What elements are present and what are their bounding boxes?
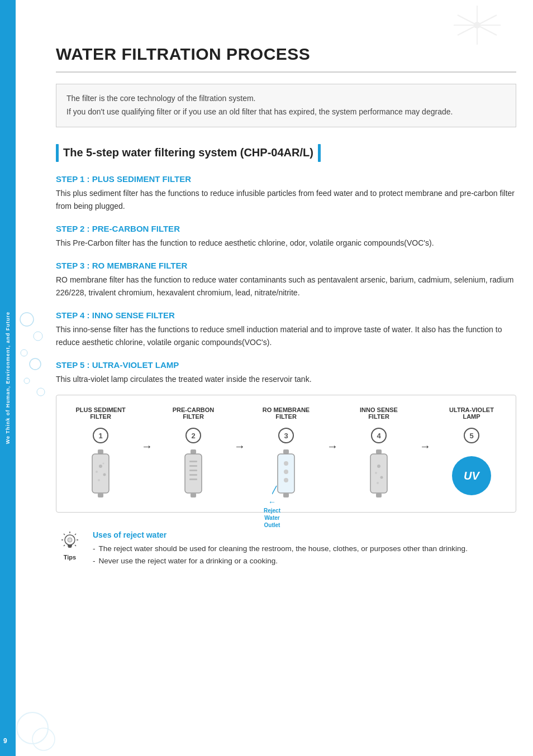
svg-point-20 [103,462,104,464]
diagram-inner: PLUS SEDIMENTFILTER 1 → [62,406,510,504]
svg-point-0 [20,313,34,326]
main-content: WATER FILTRATION PROCESS The filter is t… [56,0,516,574]
diagram-step-4: INNO SENSEFILTER 4 [342,406,415,504]
svg-point-12 [32,728,55,750]
svg-point-18 [103,473,106,476]
svg-point-33 [284,470,288,474]
step-2-body: This Pre-Carbon filter has the function … [56,237,516,250]
info-line1: The filter is the core technology of the… [66,92,506,106]
tips-item-2: - Never use the reject water for a drink… [93,555,516,567]
step-4-heading: Step 4 : INNO SENSE FILTER [56,310,516,320]
svg-point-42 [377,482,379,484]
tips-item-1: - The reject water should be used for cl… [93,543,516,555]
diagram-circle-3: 3 [278,428,294,443]
page-title: WATER FILTRATION PROCESS [56,45,516,73]
diagram-filter-img-4 [365,448,393,504]
step-3: Step 3 : RO MEMBRANE FILTER RO membrane … [56,261,516,299]
svg-point-19 [98,479,100,481]
svg-rect-22 [185,454,202,493]
svg-point-40 [375,472,377,474]
arrow-3: → [327,440,338,453]
diagram-step-2: PRE-CARBONFILTER 2 [157,406,230,504]
svg-rect-28 [189,479,197,480]
svg-rect-15 [98,493,103,497]
svg-point-53 [68,538,72,542]
svg-rect-37 [370,454,387,493]
svg-line-35 [272,486,277,494]
svg-rect-25 [189,465,197,467]
svg-point-32 [284,461,288,466]
uv-icon: UV [452,456,491,495]
svg-rect-13 [98,449,103,454]
deco-circles-left [16,303,49,417]
step-5-heading: STEP 5 : ULTRA-VIOLET LAMP [56,360,516,370]
tips-dash-2: - [93,555,96,567]
svg-point-17 [96,471,98,473]
tips-section: Tips Uses of reject water - The reject w… [56,524,516,573]
diagram-label-1: PLUS SEDIMENTFILTER [75,406,125,423]
svg-point-1 [34,332,42,341]
tips-content: Uses of reject water - The reject water … [93,530,516,567]
svg-point-5 [37,388,45,396]
diagram-circle-1: 1 [93,428,108,443]
tips-item-2-text: Never use the reject water for a drinkin… [99,555,278,567]
arrow-2: → [234,440,245,453]
tips-item-1-text: The reject water should be used for clea… [99,543,468,555]
step-5: STEP 5 : ULTRA-VIOLET LAMP This ultra-vi… [56,360,516,386]
diagram-label-5: ULTRA-VIOLETLAMP [449,406,494,423]
info-box: The filter is the core technology of the… [56,84,516,127]
svg-point-4 [24,378,30,384]
arrow-4: → [420,440,431,453]
sidebar-text: We Think of Human, Environment, and Futu… [5,312,11,444]
svg-point-39 [377,465,380,468]
svg-rect-36 [376,449,382,454]
diagram-filter-img-2 [179,448,207,504]
info-line2: If you don't use qualifying filter or if… [66,106,506,119]
svg-point-3 [30,358,41,370]
left-sidebar: We Think of Human, Environment, and Futu… [0,0,16,756]
diagram-step-5: ULTRA-VIOLETLAMP 5 UV [435,406,508,504]
svg-rect-24 [189,461,197,462]
svg-rect-21 [191,449,196,454]
diagram-label-3: RO MEMBRANEFILTER [263,406,310,423]
svg-line-50 [64,545,65,546]
step-2-heading: Step 2 : PRE-CARBON FILTER [56,224,516,233]
svg-point-2 [21,350,27,356]
step-1-body: This plus sediment filter has the functi… [56,187,516,213]
bar-accent-left [56,144,59,162]
step-5-body: This ultra-violet lamp circulates the tr… [56,373,516,386]
step-2: Step 2 : PRE-CARBON FILTER This Pre-Carb… [56,224,516,250]
diagram-label-2: PRE-CARBONFILTER [173,406,215,423]
diagram-step-3: RO MEMBRANEFILTER 3 ← Re [250,406,322,504]
steps-list: Step 1 : PLUS SEDIMENT FILTER This plus … [56,174,516,386]
diagram-circle-4: 4 [371,428,387,443]
svg-line-47 [75,545,76,546]
diagram-circle-2: 2 [185,428,201,443]
svg-point-11 [17,712,48,744]
page-number: 9 [3,737,7,745]
step-3-heading: Step 3 : RO MEMBRANE FILTER [56,261,516,270]
svg-point-34 [284,478,288,482]
tips-icon-box: Tips [56,530,84,561]
svg-rect-14 [92,454,109,493]
section-heading: The 5-step water filtering system (CHP-0… [63,146,313,159]
diagram-filter-img-1 [87,448,115,504]
reject-arrow-icon: ← [264,497,280,507]
svg-rect-26 [189,470,197,471]
svg-rect-51 [68,545,72,547]
deco-bottom-left [16,700,60,756]
svg-rect-52 [68,547,72,548]
svg-line-48 [64,534,65,535]
tips-label: Tips [64,554,76,561]
svg-rect-38 [376,493,382,497]
arrow-1: → [141,440,153,453]
svg-point-16 [99,465,102,468]
step-4-body: This inno-sense filter has the functions… [56,323,516,349]
diagram-box: PLUS SEDIMENTFILTER 1 → [56,395,516,513]
svg-rect-31 [283,493,289,497]
svg-point-41 [380,476,383,479]
tips-heading: Uses of reject water [93,530,516,539]
step-1: Step 1 : PLUS SEDIMENT FILTER This plus … [56,174,516,213]
svg-rect-27 [189,474,197,476]
svg-rect-23 [191,493,196,497]
